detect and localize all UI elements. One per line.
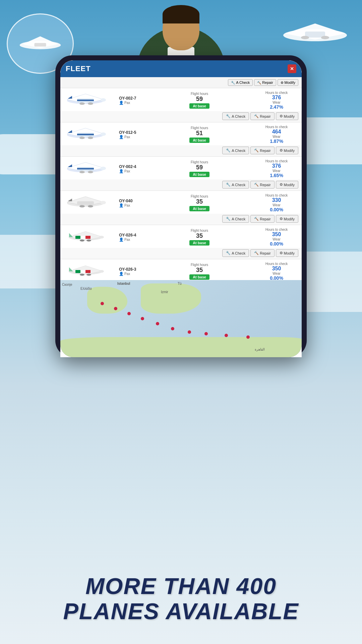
svg-marker-21 xyxy=(68,130,72,133)
at-base-badge-2: At base xyxy=(189,172,209,177)
svg-rect-52 xyxy=(80,270,85,273)
flight-hours-value-5: 35 xyxy=(144,267,255,274)
plane-id-5: OY-026-3 xyxy=(119,267,144,272)
acheck-button-3[interactable]: 🔧 A Check xyxy=(222,215,249,223)
wear-label-4: Wear xyxy=(255,237,298,241)
acheck-button-4[interactable]: 🔧 A Check xyxy=(222,249,249,257)
repair-button-4[interactable]: 🔨 Repair xyxy=(250,249,274,257)
hours-check-label-5: Hours to check xyxy=(255,262,298,266)
svg-point-38 xyxy=(88,205,93,208)
svg-rect-27 xyxy=(77,168,94,169)
hours-check-area-0: Hours to check 376 Wear 2.47% xyxy=(255,91,298,110)
repair-button-1[interactable]: 🔨 Repair xyxy=(250,147,274,154)
flight-hours-label-2: Flight hours xyxy=(144,160,255,164)
acheck-button-1[interactable]: 🔧 A Check xyxy=(222,147,249,154)
svg-marker-45 xyxy=(69,233,73,237)
bottom-text-area: MORE THAN 400 PLANES AVAILABLE xyxy=(0,574,362,624)
flight-hours-label-3: Flight hours xyxy=(144,195,255,198)
map-land-greece xyxy=(87,287,127,314)
svg-point-28 xyxy=(101,167,106,170)
svg-point-47 xyxy=(80,239,84,241)
modify-button-1[interactable]: ⚙ Modify xyxy=(276,147,298,154)
hours-check-value-1: 464 xyxy=(255,129,298,135)
svg-point-30 xyxy=(79,171,85,173)
flight-hours-area-3: Flight hours 35 At base xyxy=(144,195,255,212)
modify-button-2[interactable]: ⚙ Modify xyxy=(276,181,298,189)
svg-point-12 xyxy=(101,98,106,102)
route-dot-9 xyxy=(225,334,228,337)
modify-button-0[interactable]: ⚙ Modify xyxy=(276,112,298,120)
plane-name-area-2: OY-002-4 👤 Pax xyxy=(117,164,144,173)
at-base-badge-3: At base xyxy=(189,206,209,211)
svg-point-7 xyxy=(321,36,329,39)
flight-hours-value-1: 51 xyxy=(144,130,255,137)
flight-hours-value-4: 35 xyxy=(144,232,255,240)
repair-button-0[interactable]: 🔨 Repair xyxy=(250,112,274,120)
svg-marker-55 xyxy=(69,267,73,271)
wrench-icon-4: 🔧 xyxy=(226,251,231,255)
acheck-button-0[interactable]: 🔧 A Check xyxy=(222,112,249,120)
svg-rect-2 xyxy=(35,43,46,47)
hours-check-label-1: Hours to check xyxy=(255,125,298,129)
plane-id-4: OY-026-4 xyxy=(119,233,144,237)
svg-rect-42 xyxy=(80,236,85,239)
svg-marker-13 xyxy=(68,96,72,99)
wear-label-2: Wear xyxy=(255,169,298,173)
hammer-icon-2: 🔨 xyxy=(254,182,259,187)
svg-point-23 xyxy=(88,137,93,139)
plane-row: OY-002-4 👤 Pax Flight hours 59 At base H… xyxy=(60,157,302,191)
plane-info-3: OY-040 👤 Pax Flight hours 35 At base Hou… xyxy=(60,191,302,214)
wear-value-1: 1.87% xyxy=(255,139,298,144)
plane-info-2: OY-002-4 👤 Pax Flight hours 59 At base H… xyxy=(60,157,302,179)
route-dot-6 xyxy=(171,327,174,330)
at-base-badge-5: At base xyxy=(189,274,209,280)
repair-button-3[interactable]: 🔨 Repair xyxy=(250,215,274,223)
modify-button-4[interactable]: ⚙ Modify xyxy=(276,249,298,257)
fleet-title: FLEET xyxy=(66,64,91,73)
phone-bottom: Istanbul Izmir Ελλάδα Tü Cкопје القاهرة xyxy=(60,280,302,357)
wrench-icon-3: 🔧 xyxy=(226,217,231,221)
top-modify-button[interactable]: ⚙ Modify xyxy=(278,79,298,86)
hours-check-value-4: 350 xyxy=(255,231,298,237)
plane-name-area-0: OY-002-7 👤 Pax xyxy=(117,96,144,105)
hammer-icon-0: 🔨 xyxy=(254,114,259,118)
svg-point-22 xyxy=(79,137,85,139)
svg-point-14 xyxy=(79,103,85,105)
flight-hours-label-0: Flight hours xyxy=(144,92,255,96)
wear-value-4: 0.00% xyxy=(255,241,298,247)
hours-check-label-4: Hours to check xyxy=(255,228,298,231)
action-btns-row-0: 🔧 A Check 🔨 Repair ⚙ Modify xyxy=(60,111,302,122)
plane-image-4 xyxy=(64,228,117,246)
flight-hours-area-4: Flight hours 35 At base xyxy=(144,229,255,246)
flight-hours-value-2: 59 xyxy=(144,164,255,171)
person-icon-3: 👤 xyxy=(119,203,124,208)
plane-name-area-4: OY-026-4 👤 Pax xyxy=(117,233,144,242)
acheck-button-2[interactable]: 🔧 A Check xyxy=(222,181,249,189)
plane-info-0: OY-002-7 👤 Pax Flight hours 59 At base H… xyxy=(60,88,302,111)
close-button[interactable]: ✕ xyxy=(288,64,296,73)
hours-check-value-5: 350 xyxy=(255,266,298,272)
top-repair-button[interactable]: 🔨 Repair xyxy=(254,79,276,86)
phone-frame: FLEET ✕ 🔧 A Check 🔨 Repair ⚙ Modify xyxy=(55,55,307,357)
map-label-cairo: القاهرة xyxy=(255,347,265,351)
modify-button-3[interactable]: ⚙ Modify xyxy=(276,215,298,223)
route-dot-5 xyxy=(156,322,159,325)
plane-row: OY-026-4 👤 Pax Flight hours 35 At base H… xyxy=(60,225,302,259)
gear-icon-3: ⚙ xyxy=(280,217,283,221)
route-dot-1 xyxy=(101,302,104,305)
svg-point-15 xyxy=(88,103,93,105)
svg-marker-36 xyxy=(68,199,72,201)
wrench-icon-0: 🔧 xyxy=(226,114,231,118)
hammer-icon-1: 🔨 xyxy=(254,148,259,153)
wear-value-2: 1.65% xyxy=(255,173,298,178)
hours-check-area-2: Hours to check 376 Wear 1.65% xyxy=(255,159,298,178)
plane-image-3 xyxy=(64,194,117,212)
top-acheck-button[interactable]: 🔧 A Check xyxy=(228,79,253,86)
gear-icon-0: ⚙ xyxy=(280,114,283,118)
gear-icon-1: ⚙ xyxy=(280,148,283,153)
plane-image-1 xyxy=(64,125,117,144)
route-dot-2 xyxy=(114,307,117,310)
svg-point-37 xyxy=(79,205,85,208)
person-icon-1: 👤 xyxy=(119,135,124,139)
repair-button-2[interactable]: 🔨 Repair xyxy=(250,181,274,189)
